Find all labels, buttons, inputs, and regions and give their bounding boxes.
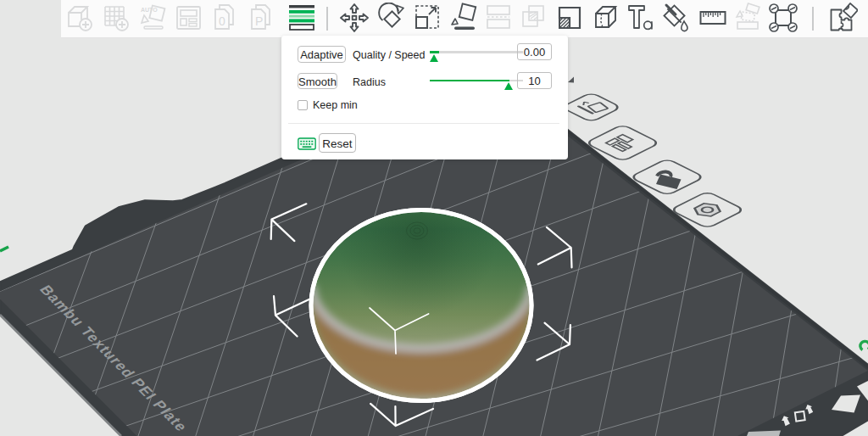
svg-text:P: P <box>255 14 263 28</box>
svg-text:0: 0 <box>219 14 225 28</box>
svg-text:AUTO: AUTO <box>141 7 158 13</box>
